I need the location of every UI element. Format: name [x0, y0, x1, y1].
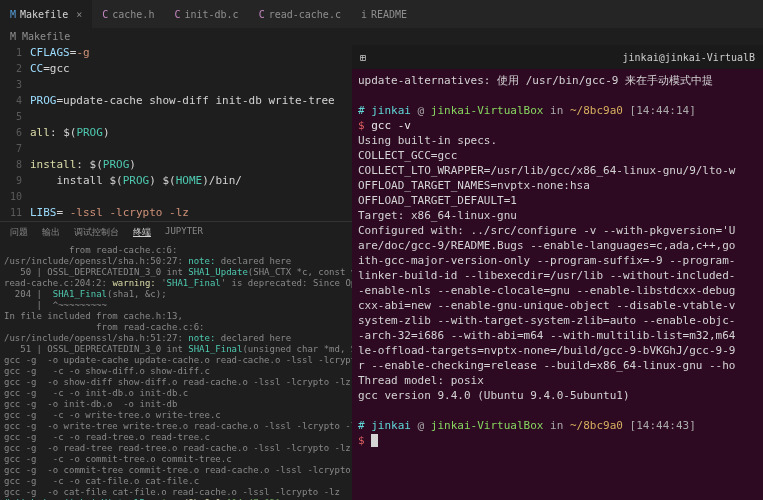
terminal-line: OFFLOAD_TARGET_NAMES=nvptx-none:hsa [358, 178, 757, 193]
code-line[interactable]: 3 [0, 77, 352, 93]
file-icon: C [102, 9, 108, 20]
terminal-line: cxx-abi=new --enable-gnu-unique-object -… [358, 298, 757, 313]
terminal-line: # jinkai @ jinkai-VirtualBox in ~/8bc9a0… [358, 103, 757, 118]
code-line[interactable]: 1CFLAGS=-g [0, 45, 352, 61]
line-number: 7 [0, 141, 30, 157]
terminal-line: COLLECT_LTO_WRAPPER=/usr/lib/gcc/x86_64-… [358, 163, 757, 178]
terminal-line: ith-gcc-major-version-only --program-suf… [358, 253, 757, 268]
line-content [30, 141, 352, 157]
terminal-line: gcc -g -o commit-tree commit-tree.o read… [4, 465, 348, 476]
line-number: 4 [0, 93, 30, 109]
terminal-line: | ^~~~~~~~~~ [4, 300, 348, 311]
terminal-line: COLLECT_GCC=gcc [358, 148, 757, 163]
left-terminal[interactable]: from read-cache.c:6:/usr/include/openssl… [0, 243, 352, 500]
dropdown-icon[interactable]: ⊞ [360, 52, 366, 63]
terminal-title: jinkai@jinkai-VirtualB [623, 52, 755, 63]
file-icon: M [10, 9, 16, 20]
tab-README[interactable]: iREADME [351, 0, 417, 28]
terminal-line: OFFLOAD_TARGET_DEFAULT=1 [358, 193, 757, 208]
code-line[interactable]: 9 install $(PROG) $(HOME)/bin/ [0, 173, 352, 189]
terminal-line: from read-cache.c:6: [4, 322, 348, 333]
terminal-line: gcc -g -o write-tree write-tree.o read-c… [4, 421, 348, 432]
tab-read-cache-c[interactable]: Cread-cache.c [249, 0, 351, 28]
terminal-line: linker-build-id --libexecdir=/usr/lib --… [358, 268, 757, 283]
terminal-header: ⊞ jinkai@jinkai-VirtualB [352, 45, 763, 69]
line-content [30, 77, 352, 93]
line-content: PROG=update-cache show-diff init-db writ… [30, 93, 352, 109]
terminal-line: gcc -g -c -o show-diff.o show-diff.c [4, 366, 348, 377]
terminal-line: update-alternatives: 使用 /usr/bin/gcc-9 来… [358, 73, 757, 88]
line-content [30, 109, 352, 125]
line-number: 5 [0, 109, 30, 125]
terminal-line: 204 | SHA1_Final(sha1, &c); [4, 289, 348, 300]
code-line[interactable]: 2CC=gcc [0, 61, 352, 77]
terminal-line: le-offload-targets=nvptx-none=/build/gcc… [358, 343, 757, 358]
line-number: 11 [0, 205, 30, 221]
terminal-line: /usr/include/openssl/sha.h:50:27: note: … [4, 256, 348, 267]
right-terminal[interactable]: update-alternatives: 使用 /usr/bin/gcc-9 来… [352, 69, 763, 500]
bottom-tab-调试控制台[interactable]: 调试控制台 [74, 226, 119, 239]
tab-Makefile[interactable]: MMakefile× [0, 0, 92, 28]
bottom-tab-终端[interactable]: 终端 [133, 226, 151, 239]
terminal-line: gcc -g -o cat-file cat-file.o read-cache… [4, 487, 348, 498]
main-area: 1CFLAGS=-g2CC=gcc34PROG=update-cache sho… [0, 45, 763, 500]
tab-label: read-cache.c [269, 9, 341, 20]
line-content: install $(PROG) $(HOME)/bin/ [30, 173, 352, 189]
terminal-line: -enable-nls --enable-clocale=gnu --enabl… [358, 283, 757, 298]
terminal-line: gcc -g -o update-cache update-cache.o re… [4, 355, 348, 366]
file-icon: C [174, 9, 180, 20]
code-editor[interactable]: 1CFLAGS=-g2CC=gcc34PROG=update-cache sho… [0, 45, 352, 221]
terminal-line: read-cache.c:204:2: warning: 'SHA1_Final… [4, 278, 348, 289]
line-content: LIBS= -lssl -lcrypto -lz [30, 205, 352, 221]
tab-label: cache.h [112, 9, 154, 20]
code-line[interactable]: 5 [0, 109, 352, 125]
left-panel: 1CFLAGS=-g2CC=gcc34PROG=update-cache sho… [0, 45, 352, 500]
terminal-line: Configured with: ../src/configure -v --w… [358, 223, 757, 238]
code-line[interactable]: 6all: $(PROG) [0, 125, 352, 141]
terminal-line [358, 403, 757, 418]
terminal-line: system-zlib --with-target-system-zlib=au… [358, 313, 757, 328]
terminal-line: 51 | OSSL_DEPRECATEDIN_3_0 int SHA1_Fina… [4, 344, 348, 355]
bottom-tab-问题[interactable]: 问题 [10, 226, 28, 239]
line-number: 6 [0, 125, 30, 141]
bottom-tab-JUPYTER[interactable]: JUPYTER [165, 226, 203, 239]
terminal-line: gcc -g -o show-diff show-diff.o read-cac… [4, 377, 348, 388]
code-line[interactable]: 11LIBS= -lssl -lcrypto -lz [0, 205, 352, 221]
right-terminal-panel: ⊞ jinkai@jinkai-VirtualB update-alternat… [352, 45, 763, 500]
terminal-line: gcc -g -c -o write-tree.o write-tree.c [4, 410, 348, 421]
tab-label: init-db.c [184, 9, 238, 20]
line-number: 3 [0, 77, 30, 93]
terminal-line: -arch-32=i686 --with-abi=m64 --with-mult… [358, 328, 757, 343]
line-content [30, 189, 352, 205]
terminal-line[interactable]: $ [358, 433, 757, 448]
tab-label: README [371, 9, 407, 20]
line-content: CC=gcc [30, 61, 352, 77]
bottom-tab-输出[interactable]: 输出 [42, 226, 60, 239]
terminal-line: Target: x86_64-linux-gnu [358, 208, 757, 223]
terminal-line: from read-cache.c:6: [4, 245, 348, 256]
line-content: install: $(PROG) [30, 157, 352, 173]
terminal-line: $ gcc -v [358, 118, 757, 133]
tab-cache-h[interactable]: Ccache.h [92, 0, 164, 28]
code-line[interactable]: 4PROG=update-cache show-diff init-db wri… [0, 93, 352, 109]
editor-tabs: MMakefile×Ccache.hCinit-db.cCread-cache.… [0, 0, 763, 28]
line-content: CFLAGS=-g [30, 45, 352, 61]
terminal-line: gcc -g -c -o commit-tree.o commit-tree.c [4, 454, 348, 465]
line-number: 2 [0, 61, 30, 77]
line-number: 10 [0, 189, 30, 205]
file-icon: C [259, 9, 265, 20]
code-line[interactable]: 8install: $(PROG) [0, 157, 352, 173]
code-line[interactable]: 10 [0, 189, 352, 205]
line-number: 9 [0, 173, 30, 189]
code-line[interactable]: 7 [0, 141, 352, 157]
terminal-line: gcc -g -o init-db.o -o init-db [4, 399, 348, 410]
close-icon[interactable]: × [76, 9, 82, 20]
terminal-line: are/doc/gcc-9/README.Bugs --enable-langu… [358, 238, 757, 253]
terminal-line [358, 88, 757, 103]
tab-init-db-c[interactable]: Cinit-db.c [164, 0, 248, 28]
line-content: all: $(PROG) [30, 125, 352, 141]
terminal-line: gcc -g -c -o cat-file.o cat-file.c [4, 476, 348, 487]
terminal-line: gcc -g -o read-tree read-tree.o read-cac… [4, 443, 348, 454]
terminal-line: Using built-in specs. [358, 133, 757, 148]
terminal-line: gcc -g -c -o init-db.o init-db.c [4, 388, 348, 399]
